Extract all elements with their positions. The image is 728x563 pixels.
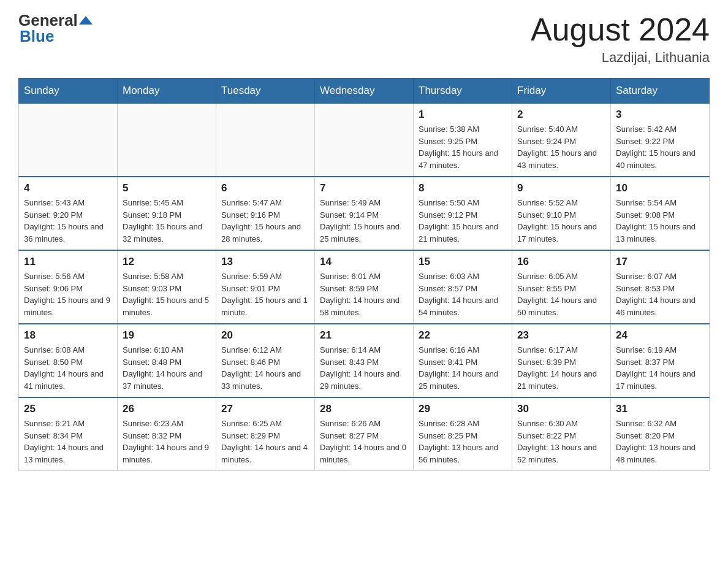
day-number: 18 (24, 329, 112, 342)
day-info: Sunrise: 5:59 AM Sunset: 9:01 PM Dayligh… (221, 270, 309, 318)
day-number: 13 (221, 256, 309, 268)
calendar-day-cell: 16Sunrise: 6:05 AM Sunset: 8:55 PM Dayli… (512, 250, 611, 324)
calendar-day-cell: 4Sunrise: 5:43 AM Sunset: 9:20 PM Daylig… (19, 177, 118, 250)
calendar-day-cell: 22Sunrise: 6:16 AM Sunset: 8:41 PM Dayli… (414, 324, 512, 397)
day-number: 25 (24, 403, 112, 415)
calendar-day-cell: 15Sunrise: 6:03 AM Sunset: 8:57 PM Dayli… (414, 250, 512, 324)
day-info: Sunrise: 6:05 AM Sunset: 8:55 PM Dayligh… (517, 270, 605, 318)
calendar-day-cell: 6Sunrise: 5:47 AM Sunset: 9:16 PM Daylig… (216, 177, 315, 250)
day-of-week-header: Saturday (611, 79, 710, 104)
calendar-header-row: SundayMondayTuesdayWednesdayThursdayFrid… (19, 79, 710, 104)
day-info: Sunrise: 5:47 AM Sunset: 9:16 PM Dayligh… (221, 197, 309, 245)
calendar-day-cell: 13Sunrise: 5:59 AM Sunset: 9:01 PM Dayli… (216, 250, 315, 324)
calendar-day-cell: 3Sunrise: 5:42 AM Sunset: 9:22 PM Daylig… (611, 104, 710, 177)
day-number: 28 (320, 403, 408, 415)
day-info: Sunrise: 5:56 AM Sunset: 9:06 PM Dayligh… (24, 270, 112, 318)
day-number: 30 (517, 403, 605, 415)
calendar-week-row: 11Sunrise: 5:56 AM Sunset: 9:06 PM Dayli… (19, 250, 710, 324)
month-year-title: August 2024 (531, 12, 710, 47)
calendar-day-cell: 20Sunrise: 6:12 AM Sunset: 8:46 PM Dayli… (216, 324, 315, 397)
calendar-day-cell: 14Sunrise: 6:01 AM Sunset: 8:59 PM Dayli… (315, 250, 414, 324)
day-of-week-header: Friday (512, 79, 611, 104)
day-number: 7 (320, 182, 408, 194)
calendar-week-row: 1Sunrise: 5:38 AM Sunset: 9:25 PM Daylig… (19, 104, 710, 177)
calendar-week-row: 25Sunrise: 6:21 AM Sunset: 8:34 PM Dayli… (19, 397, 710, 471)
day-number: 4 (24, 182, 112, 194)
day-info: Sunrise: 5:45 AM Sunset: 9:18 PM Dayligh… (123, 197, 211, 245)
calendar-week-row: 4Sunrise: 5:43 AM Sunset: 9:20 PM Daylig… (19, 177, 710, 250)
calendar-day-cell (315, 104, 414, 177)
calendar-day-cell: 24Sunrise: 6:19 AM Sunset: 8:37 PM Dayli… (611, 324, 710, 397)
day-info: Sunrise: 5:50 AM Sunset: 9:12 PM Dayligh… (419, 197, 507, 245)
day-info: Sunrise: 6:26 AM Sunset: 8:27 PM Dayligh… (320, 418, 408, 465)
day-info: Sunrise: 5:43 AM Sunset: 9:20 PM Dayligh… (24, 197, 112, 245)
logo: General Blue (18, 12, 93, 44)
day-info: Sunrise: 5:38 AM Sunset: 9:25 PM Dayligh… (419, 123, 507, 171)
calendar-day-cell: 17Sunrise: 6:07 AM Sunset: 8:53 PM Dayli… (611, 250, 710, 324)
day-info: Sunrise: 5:58 AM Sunset: 9:03 PM Dayligh… (123, 270, 211, 318)
calendar-day-cell: 27Sunrise: 6:25 AM Sunset: 8:29 PM Dayli… (216, 397, 315, 471)
day-of-week-header: Monday (118, 79, 216, 104)
day-number: 2 (517, 109, 605, 121)
day-number: 29 (419, 403, 507, 415)
day-of-week-header: Wednesday (315, 79, 414, 104)
calendar-day-cell: 28Sunrise: 6:26 AM Sunset: 8:27 PM Dayli… (315, 397, 414, 471)
day-number: 17 (616, 256, 704, 268)
day-info: Sunrise: 6:16 AM Sunset: 8:41 PM Dayligh… (419, 344, 507, 392)
calendar-day-cell: 19Sunrise: 6:10 AM Sunset: 8:48 PM Dayli… (118, 324, 216, 397)
day-of-week-header: Sunday (19, 79, 118, 104)
day-number: 3 (616, 109, 704, 121)
day-info: Sunrise: 5:52 AM Sunset: 9:10 PM Dayligh… (517, 197, 605, 245)
calendar-day-cell: 9Sunrise: 5:52 AM Sunset: 9:10 PM Daylig… (512, 177, 611, 250)
day-number: 12 (123, 256, 211, 268)
day-info: Sunrise: 6:08 AM Sunset: 8:50 PM Dayligh… (24, 344, 112, 392)
calendar-day-cell: 8Sunrise: 5:50 AM Sunset: 9:12 PM Daylig… (414, 177, 512, 250)
logo-general-text: General (18, 12, 78, 28)
day-info: Sunrise: 6:32 AM Sunset: 8:20 PM Dayligh… (616, 418, 704, 465)
day-number: 8 (419, 182, 507, 194)
day-number: 1 (419, 109, 507, 121)
calendar-day-cell: 21Sunrise: 6:14 AM Sunset: 8:43 PM Dayli… (315, 324, 414, 397)
day-number: 26 (123, 403, 211, 415)
day-info: Sunrise: 6:14 AM Sunset: 8:43 PM Dayligh… (320, 344, 408, 392)
day-number: 21 (320, 329, 408, 342)
day-number: 6 (221, 182, 309, 194)
calendar-day-cell: 5Sunrise: 5:45 AM Sunset: 9:18 PM Daylig… (118, 177, 216, 250)
calendar-table: SundayMondayTuesdayWednesdayThursdayFrid… (18, 78, 710, 471)
day-number: 24 (616, 329, 704, 342)
day-number: 31 (616, 403, 704, 415)
logo-blue-text: Blue (20, 28, 54, 44)
calendar-day-cell: 29Sunrise: 6:28 AM Sunset: 8:25 PM Dayli… (414, 397, 512, 471)
calendar-day-cell: 30Sunrise: 6:30 AM Sunset: 8:22 PM Dayli… (512, 397, 611, 471)
day-number: 10 (616, 182, 704, 194)
day-info: Sunrise: 6:19 AM Sunset: 8:37 PM Dayligh… (616, 344, 704, 392)
calendar-day-cell: 12Sunrise: 5:58 AM Sunset: 9:03 PM Dayli… (118, 250, 216, 324)
day-info: Sunrise: 6:25 AM Sunset: 8:29 PM Dayligh… (221, 418, 309, 465)
calendar-day-cell: 10Sunrise: 5:54 AM Sunset: 9:08 PM Dayli… (611, 177, 710, 250)
calendar-day-cell: 1Sunrise: 5:38 AM Sunset: 9:25 PM Daylig… (414, 104, 512, 177)
calendar-day-cell (216, 104, 315, 177)
location-subtitle: Lazdijai, Lithuania (531, 50, 710, 66)
day-info: Sunrise: 5:42 AM Sunset: 9:22 PM Dayligh… (616, 123, 704, 171)
day-number: 23 (517, 329, 605, 342)
calendar-day-cell: 23Sunrise: 6:17 AM Sunset: 8:39 PM Dayli… (512, 324, 611, 397)
day-info: Sunrise: 6:23 AM Sunset: 8:32 PM Dayligh… (123, 418, 211, 465)
day-number: 9 (517, 182, 605, 194)
calendar-week-row: 18Sunrise: 6:08 AM Sunset: 8:50 PM Dayli… (19, 324, 710, 397)
day-of-week-header: Tuesday (216, 79, 315, 104)
calendar-day-cell: 7Sunrise: 5:49 AM Sunset: 9:14 PM Daylig… (315, 177, 414, 250)
calendar-day-cell: 11Sunrise: 5:56 AM Sunset: 9:06 PM Dayli… (19, 250, 118, 324)
day-info: Sunrise: 6:21 AM Sunset: 8:34 PM Dayligh… (24, 418, 112, 465)
day-number: 5 (123, 182, 211, 194)
day-info: Sunrise: 6:10 AM Sunset: 8:48 PM Dayligh… (123, 344, 211, 392)
day-number: 15 (419, 256, 507, 268)
calendar-day-cell: 18Sunrise: 6:08 AM Sunset: 8:50 PM Dayli… (19, 324, 118, 397)
calendar-day-cell: 25Sunrise: 6:21 AM Sunset: 8:34 PM Dayli… (19, 397, 118, 471)
day-info: Sunrise: 6:17 AM Sunset: 8:39 PM Dayligh… (517, 344, 605, 392)
day-info: Sunrise: 6:01 AM Sunset: 8:59 PM Dayligh… (320, 270, 408, 318)
day-number: 27 (221, 403, 309, 415)
calendar-day-cell (118, 104, 216, 177)
day-info: Sunrise: 5:49 AM Sunset: 9:14 PM Dayligh… (320, 197, 408, 245)
title-section: August 2024 Lazdijai, Lithuania (531, 12, 710, 66)
page-header: General Blue August 2024 Lazdijai, Lithu… (18, 12, 710, 66)
